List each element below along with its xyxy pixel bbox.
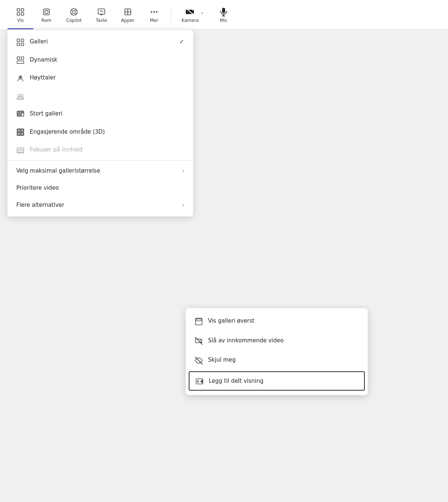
menu-item-sammen[interactable] [7, 87, 193, 105]
svg-rect-25 [17, 61, 24, 63]
menu-item-prioritere[interactable]: Prioritere video [7, 179, 193, 196]
svg-rect-20 [21, 39, 24, 42]
camera-off-icon [185, 7, 195, 16]
menu-item-hoyttaler[interactable]: Høyttaler [7, 69, 193, 87]
svg-rect-19 [17, 39, 20, 42]
apper-icon [123, 7, 132, 16]
svg-rect-21 [17, 43, 20, 46]
dynamisk-icon [16, 55, 30, 65]
sub-menu-item-sla-av-video[interactable]: Slå av innkommende video [186, 331, 368, 351]
sla-av-video-icon [195, 336, 208, 345]
sub-label-legg-til-delt: Legg til delt visning [209, 378, 358, 384]
svg-line-50 [195, 337, 202, 345]
menu-label-velg-maks: Velg maksimal galleristørrelse [16, 167, 182, 174]
svg-rect-49 [196, 319, 201, 321]
fokuser-icon [16, 145, 30, 154]
svg-point-7 [72, 10, 75, 13]
svg-point-6 [71, 9, 77, 15]
svg-point-13 [153, 11, 155, 13]
svg-point-14 [156, 11, 158, 13]
menu-label-stort-galleri: Stort galleri [30, 110, 184, 117]
svg-rect-32 [18, 112, 19, 113]
nav-label-mer: Mer [150, 18, 158, 23]
menu-label-dynamisk: Dynamisk [30, 56, 184, 63]
menu-item-velg-maks[interactable]: Velg maksimal galleristørrelse › [7, 162, 193, 179]
rom-icon [42, 7, 51, 16]
nav-item-mer[interactable]: Mer [141, 4, 167, 26]
copilot-icon [69, 7, 78, 16]
menu-item-stort-galleri[interactable]: Stort galleri [7, 105, 193, 123]
svg-rect-39 [21, 130, 23, 131]
tavle-icon [97, 7, 106, 16]
nav-label-kamera: Kamera [182, 18, 199, 23]
svg-rect-38 [18, 130, 20, 131]
nav-item-copilot[interactable]: Copilot [59, 4, 88, 26]
menu-item-dynamisk[interactable]: Dynamisk [7, 51, 193, 69]
nav-item-mic[interactable]: Mic [211, 4, 237, 26]
vis-grid-icon [16, 7, 25, 16]
sub-menu-item-skjul-meg[interactable]: Skjul meg [186, 350, 368, 370]
nav-label-vis: Vis [17, 18, 24, 23]
menu-label-galleri: Galleri [30, 38, 179, 45]
menu-label-flere: Flere alternativer [16, 202, 182, 208]
svg-point-29 [21, 94, 23, 97]
nav-label-tavle: Tavle [96, 18, 107, 23]
menu-item-fokuser[interactable]: Fokuser på innhold [7, 141, 193, 159]
vis-galleri-oerst-icon [195, 316, 208, 326]
menu-label-prioritere: Prioritere video [16, 185, 184, 191]
nav-label-apper: Apper [121, 18, 134, 23]
svg-rect-34 [22, 112, 23, 113]
svg-rect-30 [17, 98, 23, 100]
nav-label-copilot: Copilot [66, 18, 82, 23]
svg-rect-5 [45, 10, 48, 13]
svg-rect-0 [17, 9, 20, 11]
menu-separator [7, 160, 193, 161]
menu-item-flere[interactable]: Flere alternativer › [7, 196, 193, 213]
engasjerende-icon [16, 127, 30, 137]
svg-rect-33 [20, 112, 22, 113]
nav-divider [171, 7, 171, 22]
nav-item-vis[interactable]: Vis [7, 4, 33, 26]
svg-point-28 [18, 94, 20, 97]
galleri-check-icon: ✓ [179, 38, 184, 45]
svg-rect-36 [20, 114, 22, 115]
menu-item-engasjerende[interactable]: Engasjerende område (3D) [7, 123, 193, 141]
top-navigation-bar: Vis Rom Copilot Tavle [0, 0, 448, 30]
legg-til-delt-icon [195, 376, 209, 386]
sub-menu-item-legg-til-delt[interactable]: Legg til delt visning [189, 371, 365, 391]
velg-maks-arrow-icon: › [182, 168, 184, 174]
nav-item-kamera[interactable]: Kamera ⌄ [175, 4, 211, 26]
svg-rect-41 [21, 133, 23, 135]
svg-rect-40 [18, 133, 20, 135]
svg-point-12 [151, 11, 152, 13]
hoyttaler-icon [16, 73, 30, 82]
stort-galleri-icon [16, 109, 30, 118]
svg-point-27 [20, 76, 21, 78]
mic-icon [220, 7, 228, 16]
sammen-icon [16, 91, 30, 101]
nav-item-tavle[interactable]: Tavle [88, 4, 114, 26]
sub-label-sla-av-video: Slå av innkommende video [208, 337, 359, 344]
nav-label-rom: Rom [42, 18, 52, 23]
svg-rect-22 [21, 43, 24, 46]
svg-rect-1 [21, 9, 24, 11]
skjul-meg-icon [195, 355, 208, 365]
menu-label-engasjerende: Engasjerende område (3D) [30, 128, 184, 135]
mer-dots-icon [150, 7, 159, 16]
flere-arrow-icon: › [182, 202, 184, 208]
svg-rect-23 [17, 57, 20, 59]
nav-label-mic: Mic [220, 18, 227, 23]
sub-label-vis-galleri-oerst: Vis galleri øverst [208, 317, 359, 324]
sub-menu-item-vis-galleri-oerst[interactable]: Vis galleri øverst [186, 311, 368, 331]
svg-rect-4 [43, 9, 49, 15]
svg-rect-2 [17, 13, 20, 15]
menu-item-galleri[interactable]: Galleri ✓ [7, 33, 193, 51]
svg-rect-24 [21, 57, 24, 59]
vis-dropdown-menu: Galleri ✓ Dynamisk Høyttaler [7, 30, 193, 216]
nav-item-rom[interactable]: Rom [33, 4, 59, 26]
kamera-chevron-icon[interactable]: ⌄ [200, 10, 204, 15]
sub-label-skjul-meg: Skjul meg [208, 356, 359, 363]
nav-item-apper[interactable]: Apper [114, 4, 141, 26]
svg-rect-35 [18, 114, 19, 115]
galleri-grid-icon [16, 37, 30, 46]
